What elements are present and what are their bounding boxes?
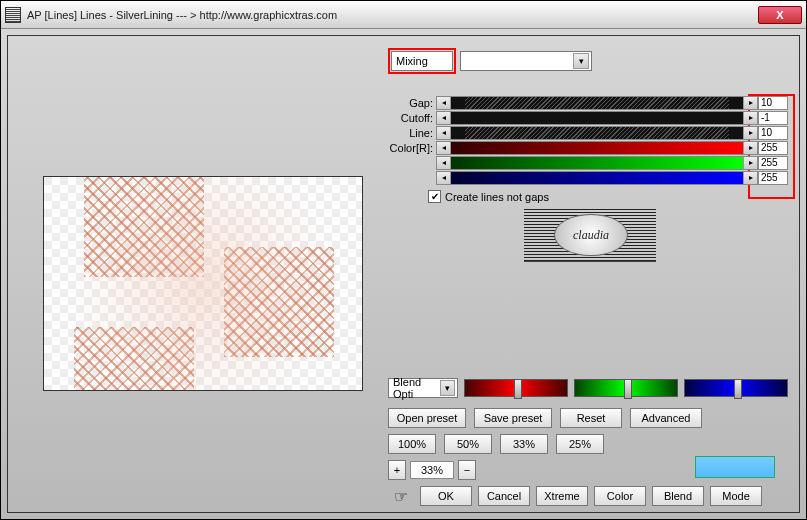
color-r-track[interactable] [451, 142, 743, 154]
chevron-down-icon [440, 380, 455, 396]
blend-options-dropdown[interactable]: Blend Opti [388, 378, 458, 398]
advanced-button[interactable]: Advanced [630, 408, 702, 428]
pointing-hand-icon: ☞ [388, 487, 414, 505]
color-b-track[interactable] [451, 172, 743, 184]
zoom-25-button[interactable]: 25% [556, 434, 604, 454]
arrow-right-icon[interactable]: ▸ [743, 127, 757, 139]
color-b-value[interactable]: 255 [758, 171, 788, 185]
cancel-button[interactable]: Cancel [478, 486, 530, 506]
color-r-label: Color[R]: [388, 142, 436, 154]
slider-thumb[interactable] [624, 379, 632, 399]
inner-frame: Mixing Gap: ◂ ▸ 10 Cutoff [7, 35, 800, 513]
bottom-row: ☞ OK Cancel Xtreme Color Blend Mode [388, 486, 762, 506]
blend-red-slider[interactable] [464, 379, 568, 397]
line-track[interactable] [451, 127, 743, 139]
color-swatch[interactable] [695, 456, 775, 478]
cutoff-slider[interactable]: ◂ ▸ [436, 111, 758, 125]
gap-value[interactable]: 10 [758, 96, 788, 110]
titlebar[interactable]: AP [Lines] Lines - SilverLining --- > ht… [1, 1, 806, 29]
arrow-left-icon[interactable]: ◂ [437, 112, 451, 124]
blend-button[interactable]: Blend [652, 486, 704, 506]
xtreme-button[interactable]: Xtreme [536, 486, 588, 506]
color-button[interactable]: Color [594, 486, 646, 506]
param-color-g: ◂ ▸ 255 [388, 155, 788, 170]
zoom-33-button[interactable]: 33% [500, 434, 548, 454]
color-b-slider[interactable]: ◂ ▸ [436, 171, 758, 185]
param-color-r: Color[R]: ◂ ▸ 255 [388, 140, 788, 155]
reset-button[interactable]: Reset [560, 408, 622, 428]
line-slider[interactable]: ◂ ▸ [436, 126, 758, 140]
color-g-track[interactable] [451, 157, 743, 169]
zoom-100-button[interactable]: 100% [388, 434, 436, 454]
mixing-label: Mixing [396, 55, 428, 67]
blend-green-slider[interactable] [574, 379, 678, 397]
blend-blue-slider[interactable] [684, 379, 788, 397]
mode-button[interactable]: Mode [710, 486, 762, 506]
arrow-left-icon[interactable]: ◂ [437, 142, 451, 154]
plugin-window: AP [Lines] Lines - SilverLining --- > ht… [0, 0, 807, 520]
arrow-right-icon[interactable]: ▸ [743, 112, 757, 124]
zoom-preset-row: 100% 50% 33% 25% [388, 434, 604, 454]
preset-row: Open preset Save preset Reset Advanced [388, 408, 702, 428]
arrow-right-icon[interactable]: ▸ [743, 172, 757, 184]
blend-options-label: Blend Opti [393, 376, 440, 400]
arrow-left-icon[interactable]: ◂ [437, 157, 451, 169]
cutoff-track[interactable] [451, 112, 743, 124]
slider-thumb[interactable] [734, 379, 742, 399]
author-logo: claudia [524, 208, 656, 262]
cutoff-value[interactable]: -1 [758, 111, 788, 125]
arrow-left-icon[interactable]: ◂ [437, 127, 451, 139]
gap-label: Gap: [388, 97, 436, 109]
arrow-right-icon[interactable]: ▸ [743, 97, 757, 109]
zoom-in-button[interactable]: + [388, 460, 406, 480]
cutoff-label: Cutoff: [388, 112, 436, 124]
arrow-right-icon[interactable]: ▸ [743, 142, 757, 154]
zoom-out-button[interactable]: − [458, 460, 476, 480]
preview-haze [44, 177, 362, 390]
line-value[interactable]: 10 [758, 126, 788, 140]
color-g-slider[interactable]: ◂ ▸ [436, 156, 758, 170]
chevron-down-icon [573, 53, 589, 69]
open-preset-button[interactable]: Open preset [388, 408, 466, 428]
color-g-value[interactable]: 255 [758, 156, 788, 170]
close-button[interactable]: X [758, 6, 802, 24]
window-title: AP [Lines] Lines - SilverLining --- > ht… [27, 9, 758, 21]
slider-thumb[interactable] [514, 379, 522, 399]
arrow-left-icon[interactable]: ◂ [437, 97, 451, 109]
client-area: Mixing Gap: ◂ ▸ 10 Cutoff [1, 29, 806, 519]
preview-canvas [43, 176, 363, 391]
param-color-b: ◂ ▸ 255 [388, 170, 788, 185]
param-gap: Gap: ◂ ▸ 10 [388, 95, 788, 110]
mixing-dropdown[interactable]: Mixing [391, 51, 453, 71]
create-lines-label: Create lines not gaps [445, 191, 549, 203]
line-label: Line: [388, 127, 436, 139]
arrow-right-icon[interactable]: ▸ [743, 157, 757, 169]
zoom-50-button[interactable]: 50% [444, 434, 492, 454]
logo-text: claudia [554, 214, 628, 256]
blend-row: Blend Opti [388, 378, 788, 398]
gap-slider[interactable]: ◂ ▸ [436, 96, 758, 110]
gap-track[interactable] [451, 97, 743, 109]
create-lines-checkbox-row: ✔ Create lines not gaps [428, 190, 549, 203]
app-icon [5, 7, 21, 23]
controls-panel: Mixing Gap: ◂ ▸ 10 Cutoff [388, 48, 789, 502]
color-r-slider[interactable]: ◂ ▸ [436, 141, 758, 155]
mixing-combo[interactable] [460, 51, 592, 71]
arrow-left-icon[interactable]: ◂ [437, 172, 451, 184]
save-preset-button[interactable]: Save preset [474, 408, 552, 428]
ok-button[interactable]: OK [420, 486, 472, 506]
param-line: Line: ◂ ▸ 10 [388, 125, 788, 140]
close-icon: X [776, 9, 783, 21]
zoom-row: + 33% − [388, 460, 476, 480]
create-lines-checkbox[interactable]: ✔ [428, 190, 441, 203]
zoom-value[interactable]: 33% [410, 461, 454, 479]
param-cutoff: Cutoff: ◂ ▸ -1 [388, 110, 788, 125]
color-r-value[interactable]: 255 [758, 141, 788, 155]
